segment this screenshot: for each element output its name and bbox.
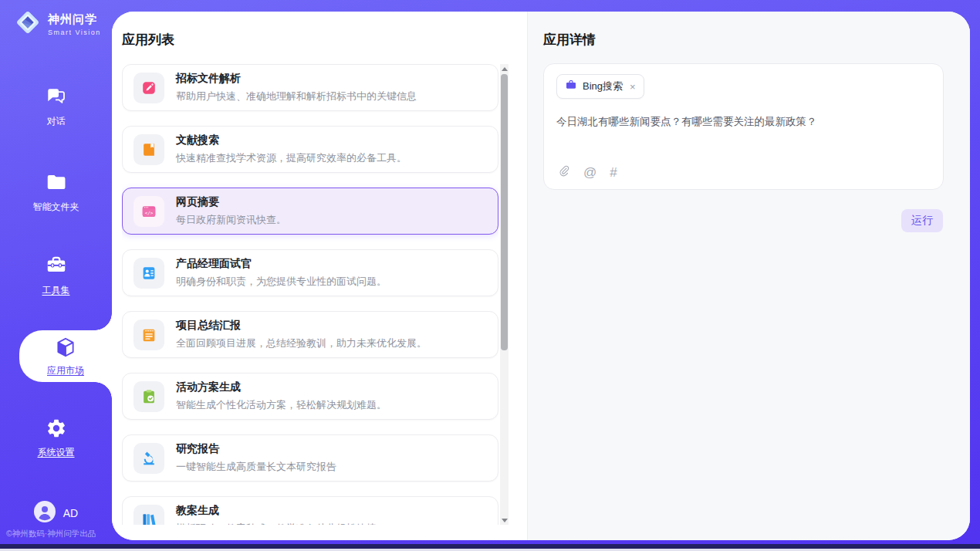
scrollbar-down-arrow[interactable] <box>500 516 509 525</box>
briefcase-icon <box>565 79 577 94</box>
app-card-selected[interactable]: </> 网页摘要 每日政府新闻资讯快查。 <box>122 188 498 235</box>
app-card-title: 产品经理面试官 <box>176 257 387 271</box>
app-list-pane: 应用列表 招标文件解析 帮助用户快速、准确地理解和解析招标书中的关键信息 <box>112 12 527 540</box>
folder-icon <box>45 171 68 197</box>
gear-icon <box>46 417 67 442</box>
app-card-title: 项目总结汇报 <box>176 319 427 333</box>
resume-icon <box>133 258 164 289</box>
app-card-desc: 每日政府新闻资讯快查。 <box>176 213 286 227</box>
app-card[interactable]: 教案生成 模板驱动，教案秒成，教学准备从此轻松快捷 <box>122 496 498 525</box>
cube-icon <box>54 336 77 362</box>
sidebar-item-smart-folder[interactable]: 智能文件夹 <box>0 171 112 214</box>
app-card-title: 研究报告 <box>176 442 336 456</box>
close-icon[interactable]: × <box>630 81 636 93</box>
app-card-desc: 模板驱动，教案秒成，教学准备从此轻松快捷 <box>176 522 377 525</box>
sidebar-item-label: 工具集 <box>42 284 70 297</box>
hash-icon[interactable]: # <box>610 166 617 179</box>
composer-card[interactable]: Bing搜索 × 今日湖北有哪些新闻要点？有哪些需要关注的最新政策？ @ # <box>543 63 944 190</box>
scrollbar[interactable] <box>500 64 509 525</box>
edit-document-icon <box>133 73 164 103</box>
sidebar-item-app-market[interactable]: 应用市场 <box>19 330 112 382</box>
app-card-desc: 快速精准查找学术资源，提高研究效率的必备工具。 <box>176 151 407 165</box>
brand-logo: 神州问学 Smart Vision <box>14 8 101 39</box>
sidebar-item-toolbox[interactable]: 工具集 <box>0 254 112 297</box>
paperclip-icon[interactable] <box>557 164 570 181</box>
sidebar-item-label: 智能文件夹 <box>33 201 79 214</box>
sidebar-item-label: 对话 <box>47 115 66 128</box>
scrollbar-up-arrow[interactable] <box>500 64 509 73</box>
sidebar-item-label: 系统设置 <box>38 446 75 459</box>
user-name: AD <box>63 507 78 519</box>
app-card-title: 文献搜索 <box>176 134 407 147</box>
brand-diamond-icon <box>14 8 42 39</box>
app-card[interactable]: 产品经理面试官 明确身份和职责，为您提供专业性的面试问题。 <box>122 249 498 296</box>
app-card[interactable]: 文献搜索 快速精准查找学术资源，提高研究效率的必备工具。 <box>122 126 498 173</box>
microscope-icon <box>133 443 164 474</box>
app-detail-pane: 应用详情 Bing搜索 × 今日湖北有哪些新闻要点？有哪些需要关注的最新政策？ <box>527 12 970 540</box>
browser-code-icon: </> <box>133 196 164 227</box>
book-icon <box>133 134 164 165</box>
app-card-title: 教案生成 <box>176 504 377 518</box>
chat-icon <box>45 85 68 111</box>
app-card[interactable]: 研究报告 一键智能生成高质量长文本研究报告 <box>122 434 498 482</box>
app-card-desc: 智能生成个性化活动方案，轻松解决规划难题。 <box>176 398 387 412</box>
sidebar-item-chat[interactable]: 对话 <box>0 85 112 128</box>
app-card[interactable]: 活动方案生成 智能生成个性化活动方案，轻松解决规划难题。 <box>122 373 498 420</box>
app-card-desc: 帮助用户快速、准确地理解和解析招标书中的关键信息 <box>176 90 417 103</box>
content-panel: 应用列表 招标文件解析 帮助用户快速、准确地理解和解析招标书中的关键信息 <box>112 12 970 540</box>
sidebar: 神州问学 Smart Vision 对话 智能文件夹 <box>0 0 112 551</box>
brand-name: 神州问学 <box>48 12 101 27</box>
tool-tag-label: Bing搜索 <box>583 79 623 93</box>
app-card-title: 招标文件解析 <box>176 72 417 86</box>
app-list-title: 应用列表 <box>122 31 174 49</box>
notepad-icon <box>133 319 164 350</box>
app-detail-title: 应用详情 <box>543 31 596 49</box>
app-list: 招标文件解析 帮助用户快速、准确地理解和解析招标书中的关键信息 文献搜索 快速精… <box>122 64 498 525</box>
sidebar-item-label: 应用市场 <box>47 364 84 377</box>
app-card-title: 活动方案生成 <box>176 380 387 394</box>
app-card[interactable]: 项目总结汇报 全面回顾项目进展，总结经验教训，助力未来优化发展。 <box>122 311 498 358</box>
copyright-footer: ©神州数码·神州问学出品 <box>6 529 96 539</box>
scrollbar-thumb[interactable] <box>501 74 508 350</box>
mention-icon[interactable]: @ <box>583 166 596 179</box>
run-button[interactable]: 运行 <box>901 209 943 232</box>
brand-subtitle: Smart Vision <box>48 29 101 36</box>
tool-tag-bing-search[interactable]: Bing搜索 × <box>556 74 644 99</box>
composer-toolbar: @ # <box>557 164 617 181</box>
prompt-text[interactable]: 今日湖北有哪些新闻要点？有哪些需要关注的最新政策？ <box>556 114 931 130</box>
avatar <box>34 501 56 526</box>
app-card[interactable]: 招标文件解析 帮助用户快速、准确地理解和解析招标书中的关键信息 <box>122 64 498 111</box>
svg-text:</>: </> <box>145 209 154 215</box>
app-card-desc: 全面回顾项目进展，总结经验教训，助力未来优化发展。 <box>176 336 427 350</box>
user-account[interactable]: AD <box>0 501 112 526</box>
clipboard-check-icon <box>133 381 164 412</box>
app-card-title: 网页摘要 <box>176 195 286 209</box>
sidebar-item-settings[interactable]: 系统设置 <box>0 417 112 459</box>
app-card-desc: 明确身份和职责，为您提供专业性的面试问题。 <box>176 275 387 289</box>
app-card-desc: 一键智能生成高质量长文本研究报告 <box>176 460 336 474</box>
toolbox-icon <box>45 254 68 280</box>
books-icon <box>133 505 164 526</box>
